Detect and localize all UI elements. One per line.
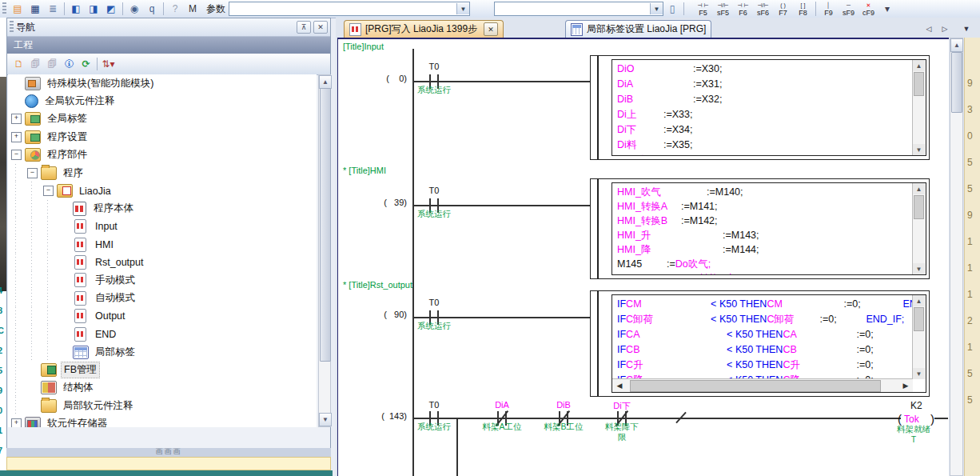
tab-menu-icon[interactable]: ▼ (961, 23, 972, 34)
clipped-character: 2 (0, 346, 6, 355)
expander-plus-icon[interactable]: + (11, 418, 22, 427)
copy-icon[interactable]: 🗐 (28, 57, 43, 71)
tree-item-auto-mode[interactable]: 自动模式 (8, 290, 317, 307)
fkey-button-sF5[interactable]: ⊣/⊢sF5 (713, 0, 733, 18)
fkey-button-F6[interactable]: ⊣ ⊢F6 (733, 0, 753, 18)
combo-arrow-icon[interactable]: ▼ (650, 3, 663, 14)
close-icon[interactable]: ✕ (313, 21, 328, 34)
fkey-button-F7[interactable]: ( )F7 (773, 0, 793, 18)
tree-item-structure[interactable]: 结构体 (8, 379, 317, 397)
tree-item-fb-manage[interactable]: FB管理 (8, 361, 317, 378)
toolbar-overflow-icon[interactable]: ▾ (879, 2, 895, 16)
expander-plus-icon[interactable]: + (11, 114, 22, 124)
editor-scrollbar[interactable]: ▲ (950, 38, 963, 476)
ladder-symbol-icon: ⊣/⊢ (717, 2, 728, 9)
fkey-button-F8[interactable]: [ ]F8 (793, 0, 813, 18)
tree-item-end[interactable]: END (8, 325, 317, 342)
scroll-up-icon[interactable]: ▲ (913, 60, 925, 71)
watch-combobox[interactable]: ▼ (494, 2, 663, 16)
scrollbar-thumb[interactable] (914, 195, 924, 219)
fkey-button-F5[interactable]: ⊣ ⊢F5 (693, 0, 713, 18)
tree-item-local-device-comment[interactable]: 局部软元件注释 (8, 397, 317, 414)
tree-item-program[interactable]: −程序 (8, 164, 317, 182)
tree-item-global-device-comment[interactable]: 全局软元件注释 (8, 92, 317, 110)
info-icon[interactable]: 🛈 (62, 57, 77, 71)
scrollbar-thumb[interactable] (320, 88, 331, 362)
scroll-down-icon[interactable]: ▼ (913, 263, 925, 274)
tree-item-manual-mode[interactable]: 手动模式 (8, 271, 317, 289)
fkey-button-sF9[interactable]: ─sF9 (839, 0, 858, 18)
tree-item-rst-output[interactable]: Rst_output (8, 254, 317, 271)
tree-item-output[interactable]: Output (8, 307, 317, 325)
device-memory-icon[interactable]: ◨ (86, 2, 102, 16)
scroll-up-icon[interactable]: ▲ (319, 75, 332, 89)
expander-minus-icon[interactable]: − (43, 186, 54, 196)
watch-eye-icon[interactable]: ◉ (126, 2, 142, 16)
device-find-icon[interactable]: q (144, 2, 160, 16)
scrollbar-thumb[interactable] (914, 307, 924, 331)
expander-plus-icon[interactable]: + (11, 132, 22, 142)
scrollbar-thumb[interactable] (630, 380, 881, 392)
tree-item-local-label[interactable]: 局部标签 (8, 343, 317, 361)
scrollbar-thumb[interactable] (914, 72, 924, 96)
scroll-left-icon[interactable]: ◀ (614, 380, 625, 390)
tree-item-program-parts[interactable]: −程序部件 (8, 146, 317, 164)
tree-item-program-settings[interactable]: +程序设置 (8, 128, 317, 146)
fkey-label: sF9 (843, 9, 855, 17)
tree-item-program-body[interactable]: 程序本体 (8, 200, 317, 218)
tree-item-global-label[interactable]: +全局标签 (8, 110, 317, 128)
tree-item-liaojia[interactable]: −LiaoJia (8, 182, 317, 199)
scroll-down-icon[interactable]: ▼ (913, 368, 925, 379)
tab-scroll-right-icon[interactable]: ▷ (939, 23, 950, 34)
panel-splitter[interactable]: 画画画 (6, 448, 331, 457)
paste-icon[interactable]: 🗐 (45, 57, 60, 71)
fkey-button-F9[interactable]: │F9 (819, 0, 839, 18)
tree-item-device-memory[interactable]: +软元件存储器 (8, 414, 317, 427)
st-token: END_IF; (902, 297, 912, 312)
tree-item-hmi[interactable]: HMI (8, 236, 317, 254)
fkey-button-sF6[interactable]: ⊣/⊢sF6 (753, 0, 773, 18)
tab-local-label[interactable]: 局部标签设置 LiaoJia [PRG] (565, 20, 711, 38)
device-batch-icon[interactable]: ◩ (103, 2, 119, 16)
scrollbar-thumb[interactable] (951, 52, 962, 113)
tab-ladder-program[interactable]: [PRG]写入 LiaoJia 1399步 ✕ (344, 20, 504, 38)
panel-grip[interactable] (10, 21, 14, 34)
scroll-down-icon[interactable]: ▼ (913, 144, 925, 155)
new-window-icon[interactable]: ▯ (664, 2, 680, 16)
device-comment-icon[interactable]: ◧ (68, 2, 84, 16)
module-configuration-icon[interactable]: ▦ (27, 2, 43, 16)
program-list-icon[interactable]: ≣ (45, 2, 61, 16)
st-inline-box[interactable]: IF CM< K50 THEN CM:=0;END_IF;IF C卸荷< K50… (590, 290, 930, 397)
st-box-scrollbar[interactable]: ▲▼ (912, 295, 926, 379)
st-inline-box[interactable]: HMI_吹气:=M140;HMI_转换A:=M141;HMI_转换B:=M142… (590, 178, 930, 279)
st-box-scrollbar[interactable]: ▲▼ (912, 183, 926, 274)
combo-arrow-icon[interactable]: ▼ (456, 3, 469, 14)
st-inline-box[interactable]: DiO:=X30;DiA:=X31;DiB:=X32;Di上:=X33;Di下:… (590, 55, 930, 160)
scroll-up-icon[interactable]: ▲ (950, 38, 963, 52)
find-binoculars-icon[interactable]: M (185, 2, 201, 16)
fkey-button-cF9[interactable]: ✕cF9 (858, 0, 878, 18)
new-item-icon[interactable]: 🗋 (11, 57, 26, 71)
tab-close-icon[interactable]: ✕ (484, 22, 498, 36)
sort-filter-icon[interactable]: ⇅▾ (101, 57, 116, 71)
tab-scroll-left-icon[interactable]: ◁ (923, 23, 934, 34)
expander-minus-icon[interactable]: − (11, 150, 22, 160)
project-view-icon[interactable]: ▤ (10, 2, 26, 16)
tree-item-input[interactable]: Input (8, 218, 317, 235)
coil-operand[interactable]: Tok (904, 414, 919, 425)
scroll-up-icon[interactable]: ▲ (913, 295, 925, 306)
st-box-scrollbar[interactable]: ▲▼ (912, 60, 926, 155)
ladder-editor-canvas[interactable]: [Title]Input( 0)T0系统运行DiO:=X30;DiA:=X31;… (337, 38, 949, 476)
pin-icon[interactable]: ⊼ (297, 21, 311, 34)
parameter-combobox[interactable]: ▼ (229, 2, 470, 16)
tree-scrollbar[interactable]: ▲ ▼ (318, 74, 331, 427)
st-box-hscrollbar[interactable]: ◀▶ (612, 378, 913, 392)
tree-item-special-module[interactable]: 特殊模块(智能功能模块) (8, 74, 317, 92)
help-icon[interactable]: ? (167, 2, 183, 16)
scroll-down-icon[interactable]: ▼ (319, 413, 332, 426)
scroll-right-icon[interactable]: ▶ (900, 380, 911, 390)
expander-minus-icon[interactable]: − (27, 168, 38, 178)
scroll-up-icon[interactable]: ▲ (913, 183, 925, 194)
toolbar-grip[interactable] (2, 2, 6, 15)
refresh-icon[interactable]: ⟳ (78, 57, 94, 71)
